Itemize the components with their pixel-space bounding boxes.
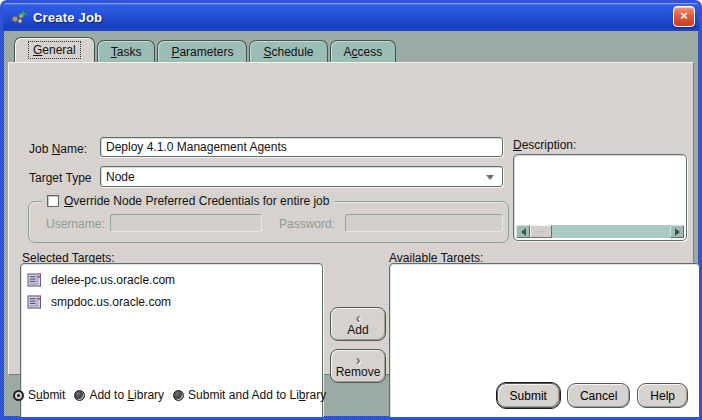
tab-tasks[interactable]: Tasks	[97, 40, 156, 62]
radio-add-to-library[interactable]: Add to Library	[74, 388, 164, 402]
override-credentials-checkbox[interactable]	[47, 195, 59, 207]
radio-submit-and-add-label: Submit and Add to Library	[188, 388, 326, 402]
target-type-value: Node	[106, 170, 135, 184]
footer-buttons: Submit Cancel Help	[497, 383, 688, 408]
list-item[interactable]: delee-pc.us.oracle.com	[21, 269, 322, 291]
scroll-right-button[interactable]	[670, 225, 684, 238]
tab-general[interactable]: General	[14, 37, 95, 62]
tab-access[interactable]: Access	[330, 40, 397, 62]
target-name: delee-pc.us.oracle.com	[51, 273, 175, 287]
submit-mode-radio-group: Submit Add to Library Submit and Add to …	[13, 388, 326, 402]
add-button-label: Add	[347, 324, 368, 337]
password-input[interactable]	[345, 214, 503, 232]
credentials-groupbox: Override Node Preferred Credentials for …	[28, 201, 509, 243]
override-credentials-legend: Override Node Preferred Credentials for …	[42, 194, 334, 208]
username-label: Username:	[46, 217, 105, 231]
target-type-dropdown[interactable]: Node	[100, 166, 503, 187]
scroll-left-button[interactable]	[516, 225, 530, 238]
node-icon	[27, 295, 42, 309]
title-bar[interactable]: Create Job ×	[3, 3, 699, 31]
close-button[interactable]: ×	[673, 6, 695, 27]
help-button[interactable]: Help	[637, 383, 688, 408]
radio-submit[interactable]: Submit	[13, 388, 65, 402]
tab-parameters[interactable]: Parameters	[157, 40, 247, 62]
radio-submit-label: Submit	[28, 388, 65, 402]
description-horizontal-scrollbar[interactable]: ∙∙	[516, 225, 684, 238]
tab-parameters-label: Parameters	[171, 45, 233, 59]
submit-button[interactable]: Submit	[497, 383, 560, 408]
description-label: Description:	[513, 138, 576, 152]
radio-add-to-library-label: Add to Library	[89, 388, 164, 402]
radio-icon[interactable]	[173, 390, 184, 401]
tab-bar: General Tasks Parameters Schedule Access	[14, 40, 398, 62]
chevron-down-icon	[486, 175, 494, 180]
username-input[interactable]	[110, 214, 262, 232]
job-name-label: Job Name:	[29, 142, 87, 156]
target-type-label: Target Type	[29, 171, 91, 185]
description-box: ∙∙	[513, 154, 687, 241]
create-job-dialog: Create Job × General Tasks Parameters Sc…	[0, 0, 702, 420]
radio-submit-and-add[interactable]: Submit and Add to Library	[173, 388, 326, 402]
scrollbar-thumb[interactable]: ∙∙	[530, 225, 552, 238]
window-title: Create Job	[33, 10, 102, 25]
tab-tasks-label: Tasks	[111, 45, 142, 59]
tab-schedule[interactable]: Schedule	[249, 40, 327, 62]
tab-general-label: General	[28, 41, 81, 59]
chevron-left-icon: ‹	[356, 312, 361, 324]
tab-schedule-label: Schedule	[263, 45, 313, 59]
chevron-right-icon: ›	[356, 354, 361, 366]
password-label: Password:	[279, 217, 335, 231]
arrow-right-icon	[675, 228, 680, 236]
radio-icon[interactable]	[74, 390, 85, 401]
arrow-left-icon	[521, 228, 526, 236]
override-credentials-label: Override Node Preferred Credentials for …	[64, 194, 329, 208]
job-name-input[interactable]	[100, 137, 503, 157]
job-sparkle-icon	[10, 9, 27, 25]
target-name: smpdoc.us.oracle.com	[51, 295, 171, 309]
footer-bar: Submit Add to Library Submit and Add to …	[3, 375, 699, 417]
list-item[interactable]: smpdoc.us.oracle.com	[21, 291, 322, 313]
general-tab-panel: Job Name: Target Type Node Override Node…	[8, 62, 694, 375]
tab-access-label: Access	[344, 45, 383, 59]
cancel-button[interactable]: Cancel	[567, 383, 630, 408]
node-icon	[27, 273, 42, 287]
description-textarea[interactable]	[516, 157, 684, 224]
add-button[interactable]: ‹ Add	[330, 307, 386, 341]
radio-icon[interactable]	[13, 390, 24, 401]
